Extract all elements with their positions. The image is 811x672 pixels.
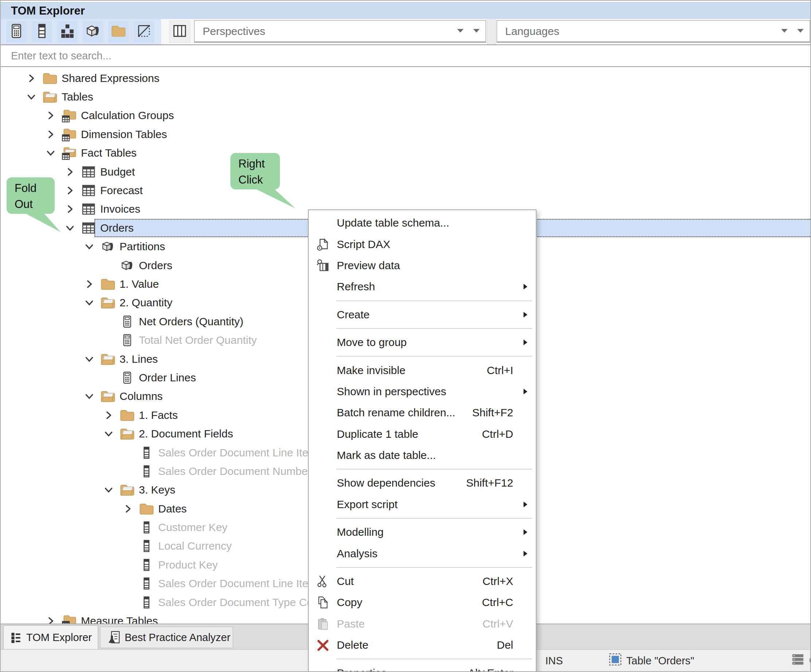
chevron-down-icon[interactable]	[85, 391, 94, 401]
chevron-down-icon[interactable]	[46, 148, 55, 158]
menu-item-shortcut: Alt+Enter	[468, 667, 513, 672]
menu-item-preview-data[interactable]: Preview data	[309, 255, 536, 276]
chevron-down-icon[interactable]	[104, 429, 114, 438]
tree-item-label: Sales Order Document Type Code	[158, 596, 325, 609]
chevron-right-icon[interactable]	[46, 130, 55, 139]
measure-icon	[120, 333, 135, 348]
menu-item-delete[interactable]: DeleteDel	[309, 635, 536, 656]
menu-icon-spacer	[312, 472, 334, 494]
column-icon	[139, 557, 154, 572]
menu-separator	[309, 298, 536, 304]
perspectives-dropdown-label: Perspectives	[203, 25, 265, 37]
tree-item-label: 1. Facts	[139, 409, 178, 421]
menu-item-label: Show dependencies	[337, 477, 435, 489]
perspectives-dropdown[interactable]: Perspectives	[194, 20, 486, 42]
tab-label: TOM Explorer	[26, 631, 92, 643]
menu-item-label: Analysis	[337, 547, 378, 560]
tree-row-dimension-tables[interactable]: Dimension Tables	[1, 125, 810, 144]
tree-item-label: Product Key	[158, 559, 217, 571]
languages-dropdown[interactable]: Languages	[496, 20, 810, 42]
perspectives-dropdown-arrows[interactable]	[456, 28, 480, 35]
chevron-right-icon[interactable]	[46, 616, 55, 623]
menu-icon-spacer	[312, 304, 334, 325]
chevron-down-icon[interactable]	[65, 223, 75, 233]
hidden-objects-toggle-button[interactable]	[133, 20, 154, 43]
tb-measure-icon	[9, 23, 24, 40]
menu-item-label: Modelling	[337, 526, 383, 538]
columns-toggle-button[interactable]	[31, 20, 53, 43]
table-folder-closed-icon	[62, 613, 77, 623]
tab-best-practice-analyzer[interactable]: Best Practice Analyzer	[100, 626, 233, 648]
menu-item-refresh[interactable]: Refresh	[309, 276, 536, 297]
right-click-callout-line2: Click	[238, 172, 280, 188]
chevron-right-icon[interactable]	[123, 504, 133, 514]
tree-row-shared-expressions[interactable]: Shared Expressions	[1, 69, 810, 87]
partition-icon	[100, 239, 115, 254]
menu-item-make-invisible[interactable]: Make invisibleCtrl+I	[309, 359, 536, 381]
measures-toggle-button[interactable]	[6, 20, 27, 43]
column-icon	[139, 520, 154, 535]
menu-item-label: Batch rename children...	[337, 406, 455, 419]
tom-list-icon	[10, 631, 23, 644]
menu-item-shortcut: Ctrl+I	[487, 364, 513, 377]
menu-icon-spacer	[312, 445, 334, 466]
chevron-down-icon[interactable]	[85, 298, 94, 307]
perspectives-view-button[interactable]	[169, 20, 190, 43]
chevron-down-icon[interactable]	[85, 242, 94, 251]
partitions-toggle-button[interactable]	[82, 20, 103, 43]
tree-row-budget[interactable]: Budget	[1, 162, 810, 181]
tb-partition-icon	[85, 23, 100, 40]
menu-item-modelling[interactable]: Modelling	[309, 521, 536, 543]
menu-item-create[interactable]: Create	[309, 304, 536, 325]
menu-item-script-dax[interactable]: Script DAX	[309, 234, 536, 255]
tree-item-label: Tables	[62, 91, 93, 103]
table-icon	[81, 183, 96, 198]
scissors-icon	[312, 571, 334, 592]
search-input[interactable]	[1, 45, 810, 66]
tree-row-forecast[interactable]: Forecast	[1, 181, 810, 200]
selection-icon	[609, 653, 622, 669]
menu-icon-spacer	[312, 332, 334, 353]
menu-item-show-dependencies[interactable]: Show dependenciesShift+F12	[309, 472, 536, 494]
tree-row-tables[interactable]: Tables	[1, 87, 810, 106]
panel-title: TOM Explorer	[11, 4, 85, 17]
chevron-down-icon[interactable]	[104, 485, 114, 494]
tree-item-label: Calculation Groups	[81, 109, 174, 122]
chevron-right-icon[interactable]	[85, 279, 94, 289]
tree-item-label: 3. Keys	[139, 484, 175, 496]
hierarchies-toggle-button[interactable]	[57, 20, 78, 43]
table-icon	[81, 201, 96, 217]
menu-item-cut[interactable]: CutCtrl+X	[309, 571, 536, 592]
tab-tom-explorer[interactable]: TOM Explorer	[3, 625, 98, 649]
chevron-right-icon[interactable]	[65, 204, 75, 214]
chevron-right-icon[interactable]	[65, 167, 75, 177]
chevron-down-icon[interactable]	[85, 354, 94, 364]
paste-icon	[312, 613, 334, 635]
display-folders-toggle-button[interactable]	[108, 20, 129, 43]
menu-item-export-script[interactable]: Export script	[309, 494, 536, 515]
chevron-right-icon[interactable]	[46, 111, 55, 120]
column-icon	[139, 464, 154, 479]
languages-dropdown-arrows[interactable]	[780, 28, 804, 35]
menu-item-mark-as-date-table[interactable]: Mark as date table...	[309, 445, 536, 466]
menu-icon-spacer	[312, 276, 334, 297]
chevron-down-icon[interactable]	[27, 92, 36, 102]
table-icon	[81, 220, 96, 236]
chevron-right-icon[interactable]	[27, 74, 36, 83]
tree-row-fact-tables[interactable]: Fact Tables	[1, 144, 810, 162]
menu-item-shortcut: Ctrl+D	[482, 428, 513, 440]
menu-item-shown-in-perspectives[interactable]: Shown in perspectives	[309, 381, 536, 402]
menu-item-update-table-schema[interactable]: Update table schema...	[309, 212, 536, 234]
menu-item-analysis[interactable]: Analysis	[309, 543, 536, 564]
menu-item-copy[interactable]: CopyCtrl+C	[309, 592, 536, 613]
chevron-right-icon[interactable]	[65, 186, 75, 195]
menu-item-batch-rename-children[interactable]: Batch rename children...Shift+F2	[309, 402, 536, 423]
menu-item-move-to-group[interactable]: Move to group	[309, 332, 536, 353]
preview-data-icon	[312, 255, 334, 276]
tree-item-label: 2. Document Fields	[139, 428, 233, 440]
chevron-right-icon[interactable]	[104, 410, 114, 420]
tree-row-calculation-groups[interactable]: Calculation Groups	[1, 107, 810, 125]
tree-item-label: Fact Tables	[81, 147, 137, 159]
menu-item-duplicate-1-table[interactable]: Duplicate 1 tableCtrl+D	[309, 423, 536, 445]
menu-item-properties[interactable]: PropertiesAlt+Enter	[309, 662, 536, 672]
